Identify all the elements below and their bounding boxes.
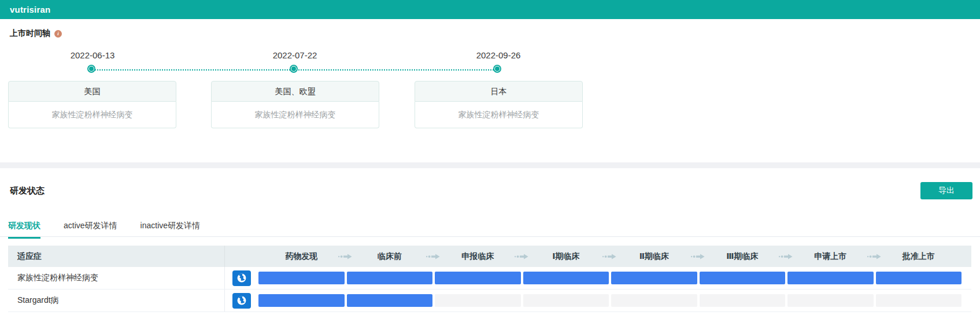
indication-cell: 家族性淀粉样神经病变 (8, 267, 225, 289)
globe-icon[interactable] (232, 293, 251, 309)
tabs-baseline (0, 236, 980, 237)
info-icon[interactable]: i (54, 30, 62, 38)
arrow-right-icon (338, 254, 352, 259)
arrow-right-icon (602, 254, 616, 259)
globe-column-header (225, 246, 258, 267)
phase-bar-filled (258, 294, 345, 307)
drug-detail-page: vutrisiran 上市时间轴 i 2022-06-13 美国 家族性淀粉样神… (0, 0, 980, 319)
globe-icon[interactable] (232, 270, 251, 286)
phase-column-headers: 药物发现 临床前 申报临床 (258, 246, 961, 267)
timeline-date: 2022-09-26 (441, 50, 556, 60)
phase-bar-empty (876, 294, 962, 307)
phase-bar-empty (523, 294, 609, 307)
phase-header: Ⅰ期临床 (523, 251, 609, 262)
phase-header: 批准上市 (876, 251, 962, 262)
phase-bar-empty (787, 294, 874, 307)
phase-bar-empty (435, 294, 521, 307)
phase-bar-filled (611, 272, 697, 284)
phase-bar-filled (347, 272, 433, 284)
arrow-right-icon (515, 254, 528, 259)
timeline-date: 2022-06-13 (35, 50, 150, 60)
page-title: vutrisiran (10, 5, 50, 14)
phase-label: 药物发现 (285, 251, 317, 261)
phase-bar-filled (523, 272, 609, 284)
table-row: 家族性淀粉样神经病变 (8, 267, 971, 290)
timeline-marker (290, 65, 298, 73)
phase-header: 临床前 (347, 251, 433, 262)
phase-bars (258, 290, 961, 311)
timeline-region: 美国 (8, 81, 176, 102)
phase-header: 申请上市 (787, 251, 874, 262)
timeline-date: 2022-07-22 (237, 50, 353, 60)
arrow-right-icon (779, 254, 793, 259)
section-divider (0, 162, 980, 168)
phase-label: Ⅰ期临床 (552, 251, 579, 261)
timeline-region: 日本 (415, 81, 583, 102)
phase-header: Ⅱ期临床 (611, 251, 697, 262)
phase-header: 药物发现 (258, 251, 345, 262)
phase-label: Ⅱ期临床 (639, 251, 669, 261)
timeline-card: 美国 家族性淀粉样神经病变 (8, 81, 176, 128)
phase-header: 申报临床 (435, 251, 521, 262)
indication-cell: Stargardt病 (8, 290, 225, 311)
rd-status-title: 研发状态 (10, 186, 45, 196)
phase-label: Ⅲ期临床 (726, 251, 758, 261)
phase-bar-filled (876, 272, 962, 284)
rd-phase-table: 适应症 药物发现 临床前 申报临床 (8, 246, 971, 312)
phase-header: Ⅲ期临床 (700, 251, 786, 262)
timeline-section-header: 上市时间轴 i (10, 28, 62, 39)
timeline-indication: 家族性淀粉样神经病变 (415, 102, 583, 128)
phase-bars (258, 267, 961, 289)
timeline-card: 日本 家族性淀粉样神经病变 (415, 81, 583, 128)
table-row: Stargardt病 (8, 290, 971, 312)
phase-label: 临床前 (378, 251, 402, 261)
timeline-marker (87, 65, 95, 73)
arrow-right-icon (867, 254, 881, 259)
phase-bar-filled (258, 272, 345, 284)
indication-column-header: 适应症 (8, 246, 225, 267)
phase-bar-empty (611, 294, 697, 307)
phase-bar-filled (700, 272, 786, 284)
timeline-card: 美国、欧盟 家族性淀粉样神经病变 (211, 81, 379, 128)
phase-label: 申请上市 (814, 251, 846, 261)
timeline-indication: 家族性淀粉样神经病变 (8, 102, 176, 128)
phase-bar-filled (787, 272, 874, 284)
page-header: vutrisiran (0, 0, 980, 19)
phase-bar-filled (435, 272, 521, 284)
timeline-section-title: 上市时间轴 (10, 28, 50, 39)
timeline-region: 美国、欧盟 (211, 81, 379, 102)
export-button[interactable]: 导出 (920, 182, 972, 199)
phase-label: 申报临床 (461, 251, 494, 261)
timeline-marker (493, 65, 501, 73)
arrow-right-icon (426, 254, 440, 259)
rd-status-header: 研发状态 导出 (10, 180, 972, 201)
phase-label: 批准上市 (903, 251, 935, 261)
arrow-right-icon (691, 254, 705, 259)
table-header-row: 适应症 药物发现 临床前 申报临床 (8, 246, 971, 267)
timeline-indication: 家族性淀粉样神经病变 (211, 102, 379, 128)
phase-bar-filled (347, 294, 433, 307)
phase-bar-empty (700, 294, 786, 307)
